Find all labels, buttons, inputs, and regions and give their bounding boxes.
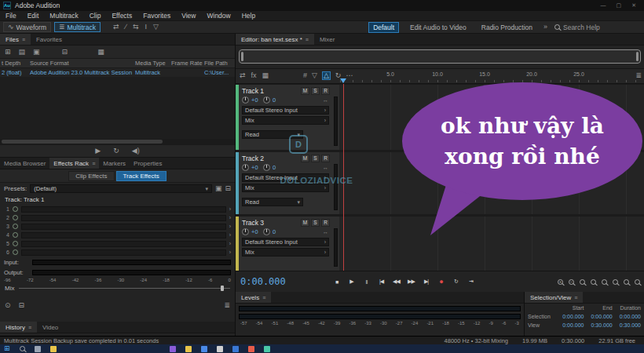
time-selection-tool-icon[interactable]: I xyxy=(145,24,148,31)
arm-record-button[interactable]: R xyxy=(321,87,330,95)
rewind-button[interactable]: ◀◀ xyxy=(391,277,401,287)
menu-file[interactable]: File xyxy=(0,12,22,20)
track-name[interactable]: Track 3 xyxy=(242,219,298,227)
tab-mixer[interactable]: Mixer xyxy=(314,34,341,45)
automation-mode-select[interactable]: Read▾ xyxy=(242,198,303,206)
record-button[interactable]: ● xyxy=(436,277,446,287)
solo-button[interactable]: S xyxy=(311,219,320,227)
delete-preset-icon[interactable]: ⊟ xyxy=(225,185,231,192)
effect-slot-field[interactable] xyxy=(21,249,226,256)
tab-media-browser[interactable]: Media Browser xyxy=(0,158,49,169)
mute-button[interactable]: M xyxy=(301,155,309,162)
taskbar-app-icon[interactable] xyxy=(217,346,223,352)
effect-slot[interactable]: 2 › xyxy=(0,213,235,222)
taskbar-app-icon[interactable] xyxy=(201,346,207,352)
rack-bypass-icon[interactable]: ⊟ xyxy=(19,302,25,309)
preview-play-icon[interactable]: ▶ xyxy=(95,147,101,155)
fast-forward-button[interactable]: ▶▶ xyxy=(406,277,416,287)
zoom-navigator[interactable] xyxy=(236,46,644,69)
tab-levels[interactable]: Levels≡ xyxy=(236,292,271,303)
minimize-button[interactable]: — xyxy=(601,2,606,9)
save-preset-icon[interactable]: ▣ xyxy=(215,185,222,192)
tab-history[interactable]: History≡ xyxy=(0,322,37,333)
panel-menu-icon[interactable]: ≡ xyxy=(574,295,577,300)
ruler-options-icon[interactable]: ≣ xyxy=(635,72,642,79)
track-name[interactable]: Track 2 xyxy=(242,155,298,162)
track-input-select[interactable]: Default Stereo Input› xyxy=(242,238,329,246)
tab-files[interactable]: Files≡ xyxy=(0,34,31,45)
menu-view[interactable]: View xyxy=(176,12,201,20)
loop-playback-button[interactable]: ↻ xyxy=(451,277,461,287)
power-icon[interactable] xyxy=(13,249,18,255)
selection-start-value[interactable]: 0:00.000 xyxy=(555,314,584,319)
track-output-select[interactable]: Mix› xyxy=(242,116,329,125)
view-end-value[interactable]: 0:30.000 xyxy=(584,322,613,328)
new-item-icon[interactable]: ▣ xyxy=(33,49,40,56)
pan-value[interactable]: 0 xyxy=(273,164,282,171)
taskbar-app-icon[interactable] xyxy=(248,346,254,352)
add-marker-icon[interactable]: ▽ xyxy=(312,72,317,79)
panel-menu-icon[interactable]: ≡ xyxy=(306,37,309,42)
preview-loop-icon[interactable]: ↻ xyxy=(113,147,119,155)
pan-knob[interactable] xyxy=(263,228,270,235)
effect-slot[interactable]: 5 › xyxy=(0,239,235,248)
selection-duration-value[interactable]: 0:00.000 xyxy=(613,314,641,319)
track-effects-button[interactable]: Track Effects xyxy=(116,171,166,181)
import-file-icon[interactable]: ⊞ xyxy=(5,49,11,56)
volume-knob[interactable] xyxy=(242,96,249,104)
effect-slot-field[interactable] xyxy=(21,206,226,213)
arm-record-button[interactable]: R xyxy=(321,219,330,227)
track-color-strip[interactable] xyxy=(236,217,239,271)
waveform-view-button[interactable]: ∿ Waveform xyxy=(3,22,51,32)
volume-value[interactable]: +0 xyxy=(251,164,261,171)
play-button[interactable]: ▶ xyxy=(346,277,357,287)
zoom-in-button[interactable]: + xyxy=(558,279,563,285)
view-duration-value[interactable]: 0:30.000 xyxy=(613,322,641,328)
open-file-icon[interactable]: ▤ xyxy=(19,49,26,56)
editor-settings-icon[interactable]: ⋯ xyxy=(346,72,353,79)
column-media-type[interactable]: Media Type xyxy=(135,60,166,67)
power-icon[interactable] xyxy=(13,232,18,238)
menu-help[interactable]: Help xyxy=(236,12,261,20)
stop-button[interactable]: ■ xyxy=(331,277,342,287)
taskbar-app-icon[interactable] xyxy=(170,346,176,352)
workspace-edit-audio-to-video-button[interactable]: Edit Audio to Video xyxy=(406,23,470,32)
navigator-right-handle[interactable] xyxy=(636,52,639,61)
track-name[interactable]: Track 1 xyxy=(242,87,298,95)
preview-speaker-icon[interactable]: ◀) xyxy=(132,147,140,155)
navigator-left-handle[interactable] xyxy=(241,52,243,61)
time-display[interactable]: 0:00.000 xyxy=(240,276,286,287)
power-icon[interactable] xyxy=(13,215,18,220)
search-input[interactable] xyxy=(563,24,635,31)
tab-properties[interactable]: Properties xyxy=(130,158,166,169)
clip-effects-button[interactable]: Clip Effects xyxy=(68,171,114,181)
effect-slot[interactable]: 3 › xyxy=(0,222,235,231)
track-content[interactable] xyxy=(339,217,644,271)
taskbar-app-icon[interactable] xyxy=(185,346,192,352)
selection-end-value[interactable]: 0:00.000 xyxy=(584,314,613,319)
arm-record-button[interactable]: R xyxy=(321,155,330,162)
taskbar-app-icon[interactable] xyxy=(264,346,270,352)
solo-button[interactable]: S xyxy=(311,155,320,162)
task-view-icon[interactable] xyxy=(35,346,41,352)
power-icon[interactable] xyxy=(13,241,18,246)
zoom-out-button[interactable]: − xyxy=(569,279,574,285)
zoom-out-horizontal-button[interactable] xyxy=(591,279,596,285)
mix-slider-thumb[interactable] xyxy=(221,286,224,291)
file-row[interactable]: 2 (float) Adobe Audition 23.0 Multitrack… xyxy=(0,68,235,77)
workspace-overflow-icon[interactable]: » xyxy=(543,24,547,31)
track-input-select[interactable]: Default Stereo Input› xyxy=(242,106,329,115)
zoom-full-button[interactable] xyxy=(635,279,640,285)
column-source-format[interactable]: Source Format xyxy=(30,60,69,67)
preset-select[interactable]: (Default) ▾ xyxy=(30,184,212,193)
timeline-ruler[interactable] xyxy=(339,80,644,82)
power-icon[interactable] xyxy=(13,224,18,229)
move-tool-icon[interactable]: ⇄ xyxy=(113,24,119,31)
menu-multitrack[interactable]: Multitrack xyxy=(44,12,83,20)
tab-video[interactable]: Video xyxy=(37,322,64,333)
panel-menu-icon[interactable]: ≡ xyxy=(92,161,95,166)
volume-value[interactable]: +0 xyxy=(251,228,261,235)
pan-value[interactable]: 0 xyxy=(273,228,282,235)
taskbar-search-icon[interactable] xyxy=(20,346,25,351)
volume-knob[interactable] xyxy=(242,164,249,171)
